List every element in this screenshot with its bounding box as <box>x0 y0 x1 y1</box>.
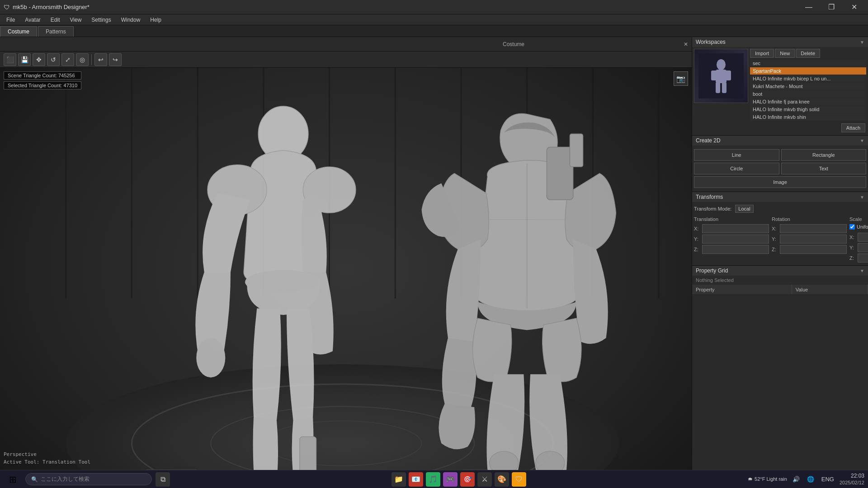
taskbar-app-game3[interactable]: ⚔ <box>477 472 492 487</box>
minimize-button[interactable]: — <box>798 0 819 14</box>
clock[interactable]: 22:03 2025/02/12 <box>840 473 864 486</box>
translation-group: Translation X: Y: Z: <box>694 216 769 263</box>
language-indicator[interactable]: ENG <box>820 475 836 483</box>
tab-patterns[interactable]: Patterns <box>38 26 74 37</box>
create2d-rectangle[interactable]: Rectangle <box>781 149 867 161</box>
menu-window[interactable]: Window <box>117 16 145 24</box>
rotation-y-label: Y: <box>772 236 778 242</box>
svg-rect-41 <box>726 70 731 80</box>
menu-view[interactable]: View <box>66 16 86 24</box>
create2d-text[interactable]: Text <box>781 163 867 174</box>
tool-move[interactable]: ✥ <box>33 53 45 66</box>
rotation-y-row: Y: <box>772 235 847 244</box>
close-button[interactable]: ✕ <box>844 0 864 14</box>
scale-y-label: Y: <box>849 245 856 250</box>
menu-avatar[interactable]: Avatar <box>20 16 45 24</box>
clock-time: 22:03 <box>840 473 864 480</box>
attach-button[interactable]: Attach <box>841 123 865 132</box>
workspace-item-bicep[interactable]: HALO Infinite mkvb bicep L no un... <box>750 75 866 82</box>
taskbar-app-music[interactable]: 🎵 <box>426 472 440 487</box>
viewport-info: Scene Triangle Count: 745256 Selected Tr… <box>4 71 81 89</box>
weather-info[interactable]: 🌧 52°F Light rain <box>748 476 787 482</box>
translation-x-label: X: <box>694 226 700 231</box>
tool-save[interactable]: 💾 <box>18 53 31 66</box>
maximize-button[interactable]: ❐ <box>821 0 842 14</box>
tool-select[interactable]: ◎ <box>76 53 89 66</box>
transform-mode-value: Local <box>735 205 753 213</box>
nothing-selected-label: Nothing Selected <box>692 276 868 285</box>
3d-viewport[interactable]: Scene Triangle Count: 745256 Selected Tr… <box>0 68 692 470</box>
scene-triangle-count: Scene Triangle Count: 745256 <box>4 71 81 80</box>
start-button[interactable]: ⊞ <box>4 472 22 487</box>
uniform-scale-checkbox[interactable] <box>849 224 855 230</box>
transforms-header[interactable]: Transforms ▼ <box>692 192 868 202</box>
workspace-list: sec SpartanPack HALO Infinite mkvb bicep… <box>750 60 866 121</box>
transform-mode-row: Transform Mode: Local <box>694 205 866 213</box>
translation-y-input[interactable] <box>702 235 769 244</box>
svg-rect-39 <box>716 70 726 83</box>
menu-settings[interactable]: Settings <box>87 16 115 24</box>
translation-z-input[interactable] <box>702 245 769 254</box>
workspace-item-boot[interactable]: boot <box>750 90 866 98</box>
create2d-circle[interactable]: Circle <box>694 163 779 174</box>
workspace-item-spartanpack[interactable]: SpartanPack <box>750 67 866 75</box>
menu-help[interactable]: Help <box>146 16 166 24</box>
volume-icon[interactable]: 🔊 <box>791 475 802 483</box>
tool-undo[interactable]: ↩ <box>94 53 107 66</box>
toolbar-separator <box>91 54 92 65</box>
scale-z-input[interactable] <box>858 253 868 263</box>
taskbar-app-game1[interactable]: 🎮 <box>443 472 458 487</box>
property-grid-section: Property Grid ▼ Nothing Selected Propert… <box>692 266 868 470</box>
rotation-z-row: Z: <box>772 245 847 254</box>
taskbar-app-shield[interactable]: 🛡 <box>512 472 526 487</box>
scale-x-input[interactable] <box>858 233 868 242</box>
workspace-item-shin[interactable]: HALO Infinite mkvb shin <box>750 113 866 121</box>
workspaces-header[interactable]: Workspaces ▼ <box>692 37 868 47</box>
viewport-close-icon[interactable]: ✕ <box>684 41 688 47</box>
svg-rect-28 <box>300 437 316 470</box>
menu-file[interactable]: File <box>2 16 19 24</box>
new-button[interactable]: New <box>775 49 795 58</box>
scale-x-label: X: <box>849 235 856 240</box>
workspace-item-knee[interactable]: HALO Infinite fj para knee <box>750 98 866 105</box>
rotation-z-input[interactable] <box>780 245 847 254</box>
import-button[interactable]: Import <box>750 49 774 58</box>
workspace-item-sec[interactable]: sec <box>750 60 866 67</box>
value-col-header: Value <box>792 285 868 294</box>
network-icon[interactable]: 🌐 <box>805 475 816 483</box>
preview-svg <box>698 53 744 99</box>
taskbar-app-email[interactable]: 📧 <box>409 472 423 487</box>
perspective-label: Perspective Active Tool: Translation Too… <box>4 450 90 466</box>
screenshot-button[interactable]: 📷 <box>674 71 688 86</box>
taskbar-app-game2[interactable]: 🎯 <box>460 472 475 487</box>
taskbar-app-paint[interactable]: 🎨 <box>495 472 509 487</box>
main-area: Costume ✕ ⬛ 💾 ✥ ↺ ⤢ ◎ ↩ ↪ <box>0 37 868 470</box>
propgrid-header[interactable]: Property Grid ▼ <box>692 266 868 276</box>
rotation-x-input[interactable] <box>780 224 847 233</box>
tool-redo[interactable]: ↪ <box>109 53 122 66</box>
tool-rotate[interactable]: ↺ <box>47 53 60 66</box>
tool-square[interactable]: ⬛ <box>4 53 16 66</box>
taskbar-app-explorer[interactable]: 📁 <box>392 472 406 487</box>
tool-scale[interactable]: ⤢ <box>61 53 74 66</box>
workspace-buttons: Import New Delete <box>750 49 866 58</box>
rotation-y-input[interactable] <box>780 235 847 244</box>
uniform-scale-row: Uniform Scale <box>849 224 868 230</box>
tab-costume[interactable]: Costume <box>0 26 37 37</box>
translation-x-input[interactable] <box>702 224 769 233</box>
workspace-item-thigh[interactable]: HALO Infinite mkvb thigh solid <box>750 106 866 113</box>
create2d-image[interactable]: Image <box>694 176 866 188</box>
menu-edit[interactable]: Edit <box>46 16 65 24</box>
workspace-item-kukri[interactable]: Kukri Machete - Mount <box>750 83 866 90</box>
create2d-section: Create 2D ▼ Line Rectangle Circle Text I… <box>692 136 868 192</box>
taskview-button[interactable]: ⧉ <box>156 472 170 487</box>
scale-label: Scale <box>849 216 868 222</box>
scale-y-input[interactable] <box>858 243 868 252</box>
right-panel: Workspaces ▼ <box>692 37 868 470</box>
window-controls: — ❐ ✕ <box>798 0 864 14</box>
delete-button[interactable]: Delete <box>796 49 820 58</box>
create2d-line[interactable]: Line <box>694 149 779 161</box>
create2d-header[interactable]: Create 2D ▼ <box>692 136 868 145</box>
rotation-label: Rotation <box>772 216 847 222</box>
search-bar[interactable]: 🔍 ここに入力して検索 <box>25 473 152 485</box>
